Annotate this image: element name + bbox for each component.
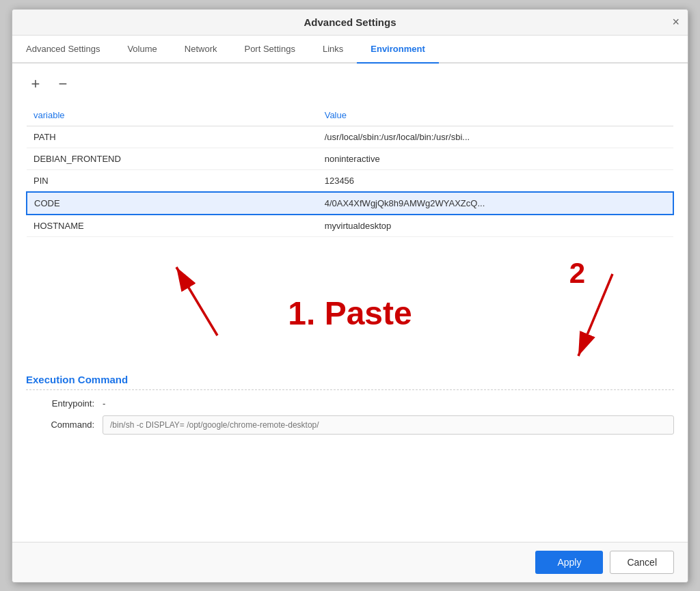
exec-command-title: Execution Command xyxy=(26,374,674,390)
execution-command-section: Execution Command Entrypoint: - Command: xyxy=(26,374,674,435)
remove-variable-button[interactable]: − xyxy=(53,74,72,94)
env-var-name: CODE xyxy=(27,192,318,215)
svg-line-3 xyxy=(578,274,612,356)
command-row: Command: xyxy=(26,415,674,435)
dialog-body: + − variable Value PATH/usr/local/sbin:/… xyxy=(12,64,688,542)
command-input[interactable] xyxy=(103,415,674,435)
tab-bar: Advanced Settings Volume Network Port Se… xyxy=(12,36,688,64)
env-var-value: 4/0AX4XfWgjQk8h9AMWg2WYAXZcQ... xyxy=(318,192,673,215)
env-var-name: HOSTNAME xyxy=(27,215,318,237)
close-button[interactable]: × xyxy=(672,16,679,28)
annotation-area: 2 1. Paste xyxy=(26,253,674,363)
entrypoint-row: Entrypoint: - xyxy=(26,398,674,409)
command-label: Command: xyxy=(26,420,94,430)
table-row[interactable]: PIN123456 xyxy=(27,169,673,192)
table-row[interactable]: DEBIAN_FRONTENDnoninteractive xyxy=(27,148,673,169)
tab-advanced-settings[interactable]: Advanced Settings xyxy=(12,36,113,64)
env-toolbar: + − xyxy=(26,74,674,94)
entrypoint-value: - xyxy=(103,398,105,409)
cancel-button[interactable]: Cancel xyxy=(610,551,674,574)
tab-environment[interactable]: Environment xyxy=(357,36,438,64)
svg-line-1 xyxy=(176,267,217,335)
env-var-name: DEBIAN_FRONTEND xyxy=(27,148,318,169)
env-var-value: 123456 xyxy=(318,169,673,192)
apply-button[interactable]: Apply xyxy=(535,551,603,574)
dialog-footer: Apply Cancel xyxy=(12,542,688,582)
env-var-name: PATH xyxy=(27,126,318,148)
col-header-value: Value xyxy=(318,105,673,126)
arrow1-icon xyxy=(163,260,272,342)
dialog-title: Advanced Settings xyxy=(304,16,396,28)
env-var-value: noninteractive xyxy=(318,148,673,169)
env-variables-table: variable Value PATH/usr/local/sbin:/usr/… xyxy=(26,105,674,237)
env-var-value: myvirtualdesktop xyxy=(318,215,673,237)
table-row[interactable]: PATH/usr/local/sbin:/usr/local/bin:/usr/… xyxy=(27,126,673,148)
tab-port-settings[interactable]: Port Settings xyxy=(230,36,308,64)
col-header-variable: variable xyxy=(27,105,318,126)
advanced-settings-dialog: Advanced Settings × Advanced Settings Vo… xyxy=(12,9,688,583)
table-row[interactable]: HOSTNAMEmyvirtualdesktop xyxy=(27,215,673,237)
arrow2-icon xyxy=(537,267,633,363)
dialog-titlebar: Advanced Settings × xyxy=(12,10,688,36)
tab-links[interactable]: Links xyxy=(309,36,357,64)
entrypoint-label: Entrypoint: xyxy=(26,398,94,409)
tab-volume[interactable]: Volume xyxy=(113,36,170,64)
add-variable-button[interactable]: + xyxy=(26,74,45,94)
table-row[interactable]: CODE4/0AX4XfWgjQk8h9AMWg2WYAXZcQ... xyxy=(27,192,673,215)
env-var-name: PIN xyxy=(27,169,318,192)
env-var-value: /usr/local/sbin:/usr/local/bin:/usr/sbi.… xyxy=(318,126,673,148)
paste-label: 1. Paste xyxy=(288,294,412,332)
tab-network[interactable]: Network xyxy=(171,36,231,64)
